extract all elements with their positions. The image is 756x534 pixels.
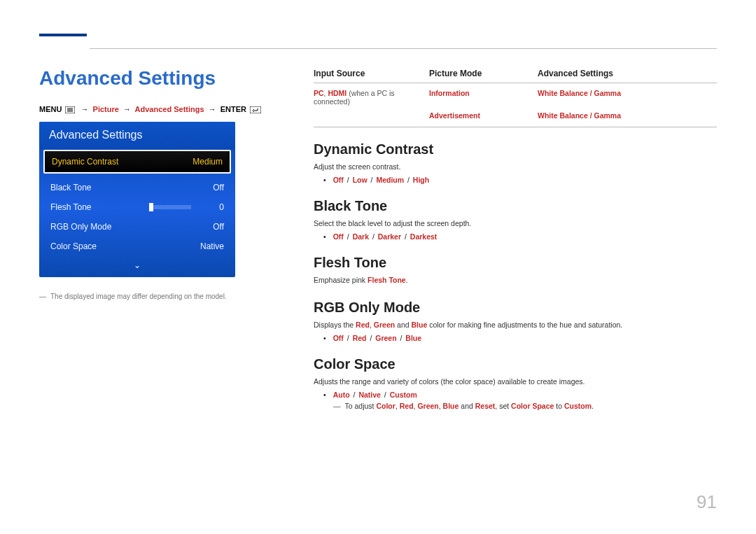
cell-picture-mode-2: Advertisement: [429, 106, 538, 120]
col-header-picture-mode: Picture Mode: [429, 69, 538, 83]
opt: Off: [333, 334, 344, 342]
text-red: Red: [356, 321, 370, 329]
arrow-icon: →: [81, 105, 89, 113]
menu-icon: [65, 106, 75, 113]
text: To adjust: [345, 402, 377, 410]
section-flesh-tone: Flesh Tone Emphasize pink Flesh Tone.: [314, 255, 717, 286]
text-red: Flesh Tone: [368, 276, 406, 284]
section-heading: Black Tone: [314, 198, 717, 214]
tv-menu-title: Advanced Settings: [39, 122, 235, 150]
section-heading: Dynamic Contrast: [314, 141, 717, 157]
option-list: Off / Low / Medium / High: [314, 176, 717, 184]
opt: High: [413, 176, 429, 184]
text-red: Green: [417, 402, 438, 410]
col-header-input-source: Input Source: [314, 69, 429, 83]
tv-item-value: 0: [219, 202, 224, 212]
section-black-tone: Black Tone Select the black level to adj…: [314, 198, 717, 241]
cell-advanced-settings: White Balance / Gamma: [538, 83, 717, 106]
tv-menu-item-flesh-tone[interactable]: Flesh Tone 0: [39, 197, 235, 217]
page-title: Advanced Settings: [39, 67, 291, 90]
left-column: Advanced Settings MENU → Picture → Advan…: [39, 67, 291, 300]
arrow-icon: →: [123, 105, 131, 113]
text: and: [458, 402, 475, 410]
text-red: Blue: [412, 321, 428, 329]
section-desc: Emphasize pink Flesh Tone.: [314, 275, 717, 286]
cell-advanced-settings-2: White Balance / Gamma: [538, 106, 717, 120]
text-red: Green: [374, 321, 395, 329]
text: , set: [495, 402, 511, 410]
text-pc: PC: [314, 89, 324, 97]
opt: Off: [333, 232, 344, 241]
tv-item-label: Dynamic Contrast: [52, 157, 118, 167]
text: .: [592, 402, 594, 410]
section-color-space: Color Space Adjusts the range and variet…: [314, 356, 717, 410]
section-desc: Adjusts the range and variety of colors …: [314, 377, 717, 388]
footnote-text: ―The displayed image may differ dependin…: [39, 293, 291, 300]
slider-icon: [150, 205, 191, 209]
path-picture: Picture: [93, 105, 119, 113]
option-list: Off / Dark / Darker / Darkest: [314, 232, 717, 241]
text: .: [406, 276, 408, 284]
text-red: Blue: [443, 402, 459, 410]
text: Emphasize pink: [314, 276, 368, 284]
tv-menu-item-black-tone[interactable]: Black Tone Off: [39, 178, 235, 197]
opt: Green: [375, 334, 396, 342]
enter-icon: [250, 106, 261, 113]
opt: Blue: [405, 334, 421, 342]
path-enter: ENTER: [220, 105, 246, 113]
arrow-icon: →: [209, 105, 216, 113]
tv-menu-item-color-space[interactable]: Color Space Native: [39, 237, 235, 256]
page-number: 91: [696, 491, 717, 513]
tv-menu-more[interactable]: ⌄: [39, 256, 235, 277]
section-desc: Displays the Red, Green and Blue color f…: [314, 320, 717, 331]
tv-menu-preview: Advanced Settings Dynamic Contrast Mediu…: [39, 122, 235, 277]
note-text: ―To adjust Color, Red, Green, Blue and R…: [314, 402, 717, 410]
opt: Red: [353, 334, 367, 342]
chevron-down-icon: ⌄: [134, 260, 141, 270]
svg-rect-4: [250, 106, 261, 113]
section-heading: Color Space: [314, 356, 717, 372]
right-column: Input Source Picture Mode Advanced Setti…: [314, 69, 717, 410]
info-table: Input Source Picture Mode Advanced Setti…: [314, 69, 717, 127]
divider: [314, 127, 717, 127]
section-dynamic-contrast: Dynamic Contrast Adjust the screen contr…: [314, 141, 717, 184]
section-desc: Select the black level to adjust the scr…: [314, 218, 717, 230]
text-advertisement: Advertisement: [429, 111, 480, 120]
text-red: Color: [376, 402, 395, 410]
tv-item-label: Color Space: [50, 241, 97, 251]
section-desc: Adjust the screen contrast.: [314, 162, 717, 173]
opt: Auto: [333, 391, 350, 399]
tv-menu-item-rgb-only-mode[interactable]: RGB Only Mode Off: [39, 217, 235, 237]
section-rgb-only-mode: RGB Only Mode Displays the Red, Green an…: [314, 300, 717, 342]
tv-item-value: Off: [213, 183, 224, 192]
text-information: Information: [429, 89, 470, 97]
tv-item-label: RGB Only Mode: [50, 222, 111, 232]
chapter-marker: [39, 34, 87, 36]
tv-item-value: Native: [200, 241, 224, 251]
tv-menu-item-dynamic-contrast[interactable]: Dynamic Contrast Medium: [43, 150, 231, 174]
text-red: Custom: [564, 402, 592, 410]
text: and: [395, 321, 411, 329]
option-list: Auto / Native / Custom: [314, 391, 717, 399]
text: to: [554, 402, 564, 410]
section-heading: Flesh Tone: [314, 255, 717, 271]
text-red: Red: [400, 402, 414, 410]
option-list: Off / Red / Green / Blue: [314, 334, 717, 342]
text: color for making fine adjustments to the…: [427, 321, 622, 329]
text-red: Reset: [475, 402, 496, 410]
section-heading: RGB Only Mode: [314, 300, 717, 316]
tv-item-label: Black Tone: [50, 183, 91, 192]
opt: Dark: [353, 232, 369, 241]
top-rule: [90, 48, 717, 49]
opt: Medium: [376, 176, 404, 184]
text-wb-gamma: White Balance / Gamma: [538, 89, 621, 97]
tv-item-label: Flesh Tone: [50, 202, 91, 212]
opt: Custom: [390, 391, 417, 399]
opt: Darkest: [410, 232, 438, 241]
path-menu: MENU: [39, 105, 62, 113]
opt: Off: [333, 176, 344, 184]
opt: Low: [353, 176, 368, 184]
tv-item-value: Medium: [192, 157, 223, 167]
col-header-advanced-settings: Advanced Settings: [538, 69, 717, 83]
breadcrumb: MENU → Picture → Advanced Settings → ENT…: [39, 105, 291, 113]
